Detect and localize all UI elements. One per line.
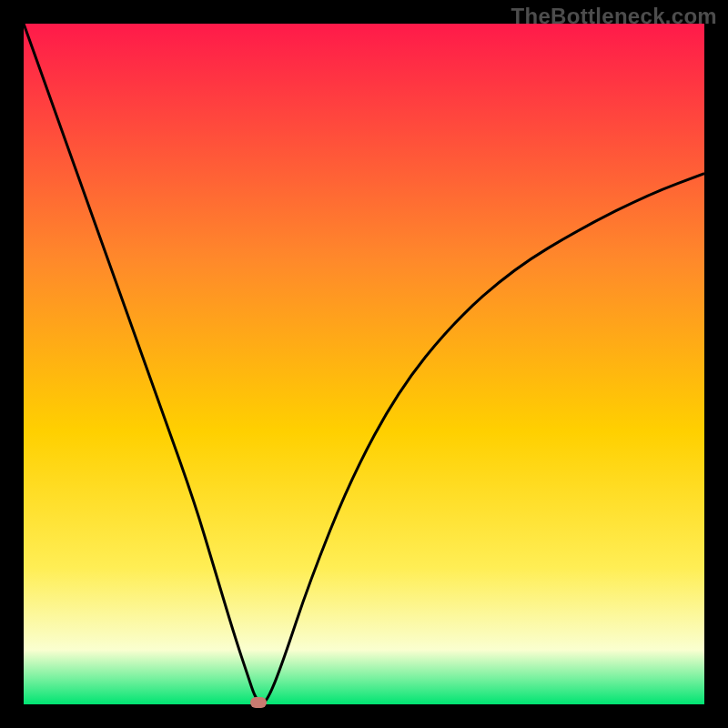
chart-frame: TheBottleneck.com (0, 0, 728, 728)
plot-area (24, 24, 704, 704)
chart-svg (24, 24, 704, 704)
gradient-background (24, 24, 704, 704)
minimum-marker-icon (250, 697, 267, 708)
